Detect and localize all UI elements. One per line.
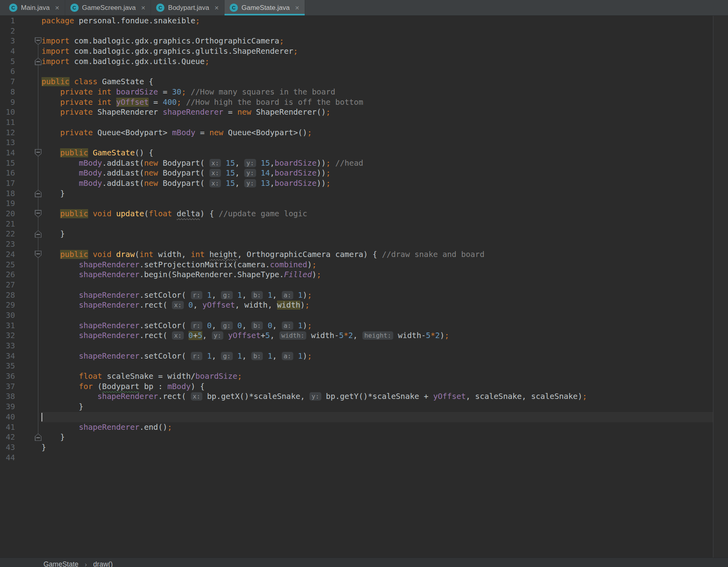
code-line-22[interactable]: }	[41, 229, 713, 239]
gutter-row: 25	[0, 260, 41, 270]
line-number: 35	[6, 361, 15, 371]
code-line-32[interactable]: shapeRenderer.rect( x: 0+5, y: yOffset+5…	[41, 331, 713, 341]
parameter-hint: x:	[191, 392, 203, 401]
code-line-7[interactable]: public class GameState {	[41, 77, 713, 87]
line-number: 21	[6, 219, 15, 229]
line-number: 10	[6, 107, 15, 117]
code-line-36[interactable]: float scaleSnake = width/boardSize;	[41, 371, 713, 382]
fold-down-icon[interactable]	[35, 251, 41, 258]
code-line-14[interactable]: public GameState() {	[41, 148, 713, 158]
gutter-row: 5	[0, 57, 41, 67]
gutter-row: 26	[0, 270, 41, 280]
close-icon[interactable]: ✕	[214, 5, 219, 11]
code-line-41[interactable]: shapeRenderer.end();	[41, 422, 713, 433]
fold-up-icon[interactable]	[35, 58, 41, 65]
code-line-30[interactable]	[41, 310, 713, 321]
editor[interactable]: 1234567891011121314151617181920212223242…	[0, 16, 713, 567]
code-line-26[interactable]: shapeRenderer.begin(ShapeRenderer.ShapeT…	[41, 270, 713, 280]
gutter-row: 29	[0, 300, 41, 310]
code-line-13[interactable]	[41, 138, 713, 148]
class-icon: C	[230, 4, 238, 12]
line-number: 30	[6, 310, 15, 321]
code-line-21[interactable]	[41, 219, 713, 229]
close-icon[interactable]: ✕	[141, 5, 146, 11]
code-line-37[interactable]: for (Bodypart bp : mBody) {	[41, 382, 713, 392]
tab-main-java[interactable]: CMain.java✕	[4, 0, 65, 15]
gutter-row: 6	[0, 66, 41, 77]
gutter-row: 4	[0, 46, 41, 57]
parameter-hint: width:	[279, 331, 306, 340]
code-line-23[interactable]	[41, 239, 713, 249]
parameter-hint: a:	[282, 352, 294, 360]
gutter-row: 27	[0, 280, 41, 290]
gutter-row: 15	[0, 158, 41, 168]
line-number: 20	[6, 209, 15, 219]
code-line-31[interactable]: shapeRenderer.setColor( r: 0, g: 0, b: 0…	[41, 321, 713, 331]
gutter-row: 18	[0, 189, 41, 199]
gutter-row: 44	[0, 453, 41, 463]
tab-bodypart-java[interactable]: CBodypart.java✕	[151, 0, 224, 15]
fold-up-icon[interactable]	[35, 190, 41, 197]
gutter-row: 8	[0, 87, 41, 97]
code-line-1[interactable]: package personal.fondue.snakeible;	[41, 16, 713, 26]
code-line-5[interactable]: import com.badlogic.gdx.utils.Queue;	[41, 57, 713, 67]
line-number: 37	[6, 382, 15, 392]
fold-up-icon[interactable]	[35, 433, 41, 441]
code-line-18[interactable]: }	[41, 189, 713, 199]
code-line-34[interactable]: shapeRenderer.setColor( r: 1, g: 1, b: 1…	[41, 351, 713, 361]
line-number: 29	[6, 300, 15, 310]
code-line-20[interactable]: public void update(float delta) { //upda…	[41, 209, 713, 219]
code-line-10[interactable]: private ShapeRenderer shapeRenderer = ne…	[41, 107, 713, 117]
code-line-19[interactable]	[41, 198, 713, 209]
code-line-38[interactable]: shapeRenderer.rect( x: bp.getX()*scaleSn…	[41, 391, 713, 402]
code-line-44[interactable]	[41, 453, 713, 463]
code-line-16[interactable]: mBody.addLast(new Bodypart( x: 15, y: 14…	[41, 168, 713, 178]
parameter-hint: x:	[209, 179, 221, 187]
parameter-hint: y:	[244, 179, 256, 187]
code-line-6[interactable]	[41, 66, 713, 77]
code-line-17[interactable]: mBody.addLast(new Bodypart( x: 15, y: 13…	[41, 178, 713, 189]
breadcrumb: GameState › draw()	[0, 558, 728, 567]
code-line-2[interactable]	[41, 26, 713, 36]
close-icon[interactable]: ✕	[295, 5, 300, 11]
fold-up-icon[interactable]	[35, 230, 41, 238]
gutter-row: 1	[0, 16, 41, 26]
code-line-24[interactable]: public void draw(int width, int height, …	[41, 249, 713, 260]
close-icon[interactable]: ✕	[55, 5, 60, 11]
line-number: 12	[6, 128, 15, 138]
parameter-hint: y:	[244, 159, 256, 167]
code-line-8[interactable]: private int boardSize = 30; //How many s…	[41, 87, 713, 97]
error-stripe-scrollbar[interactable]	[713, 16, 728, 567]
tab-gamestate-java[interactable]: CGameState.java✕	[224, 0, 305, 15]
code-line-43[interactable]: }	[41, 442, 713, 453]
code-line-33[interactable]	[41, 341, 713, 351]
tab-gamescreen-java[interactable]: CGameScreen.java✕	[65, 0, 151, 15]
code-line-42[interactable]: }	[41, 432, 713, 442]
breadcrumb-method[interactable]: draw()	[93, 560, 113, 567]
code-area[interactable]: package personal.fondue.snakeible;import…	[41, 16, 713, 567]
fold-down-icon[interactable]	[35, 210, 41, 217]
code-line-15[interactable]: mBody.addLast(new Bodypart( x: 15, y: 15…	[41, 158, 713, 168]
code-line-29[interactable]: shapeRenderer.rect( x: 0, yOffset, width…	[41, 300, 713, 310]
code-line-40[interactable]	[41, 412, 713, 422]
code-line-25[interactable]: shapeRenderer.setProjectionMatrix(camera…	[41, 260, 713, 270]
gutter-row: 41	[0, 422, 41, 433]
code-line-27[interactable]	[41, 280, 713, 290]
code-line-28[interactable]: shapeRenderer.setColor( r: 1, g: 1, b: 1…	[41, 290, 713, 301]
code-line-35[interactable]	[41, 361, 713, 371]
gutter-row: 24	[0, 249, 41, 260]
line-number: 40	[6, 412, 15, 422]
tab-label: GameScreen.java	[82, 4, 136, 12]
gutter-row: 36	[0, 371, 41, 382]
code-line-12[interactable]: private Queue<Bodypart> mBody = new Queu…	[41, 128, 713, 138]
code-line-39[interactable]: }	[41, 402, 713, 412]
fold-down-icon[interactable]	[35, 37, 41, 45]
parameter-hint: b:	[251, 291, 263, 299]
breadcrumb-class[interactable]: GameState	[43, 560, 79, 567]
code-line-11[interactable]	[41, 117, 713, 128]
code-line-3[interactable]: import com.badlogic.gdx.graphics.Orthogr…	[41, 36, 713, 46]
code-line-9[interactable]: private int yOffset = 400; //How high th…	[41, 97, 713, 108]
gutter-row: 34	[0, 351, 41, 361]
code-line-4[interactable]: import com.badlogic.gdx.graphics.glutils…	[41, 46, 713, 57]
fold-down-icon[interactable]	[35, 149, 41, 157]
